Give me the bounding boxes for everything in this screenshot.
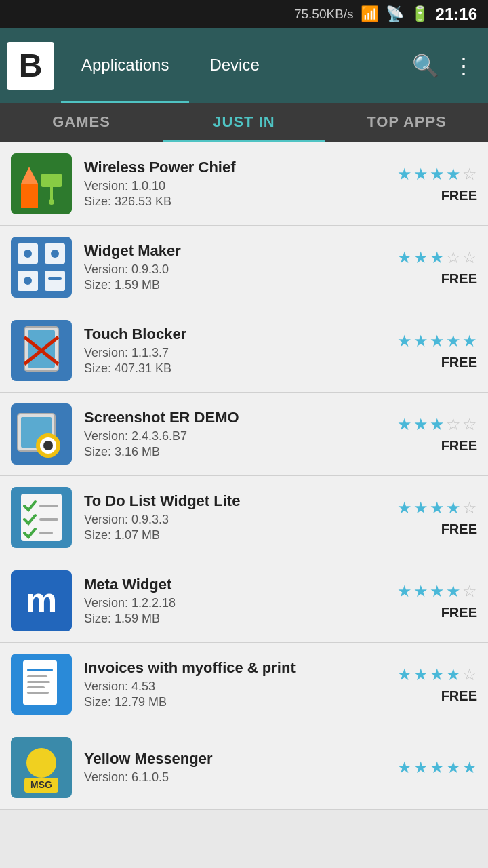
- star-rating: ★★★☆☆: [397, 415, 477, 434]
- star-3: ★: [430, 165, 445, 184]
- star-3: ★: [430, 758, 445, 777]
- list-item[interactable]: Invoices with myoffice & print Version: …: [0, 643, 488, 726]
- app-size: Size: 1.59 MB: [84, 612, 389, 626]
- list-item[interactable]: MSG Yellow Messenger Version: 6.1.0.5 ★★…: [0, 726, 488, 810]
- app-name: Screenshot ER DEMO: [84, 409, 389, 427]
- app-info: Meta Widget Version: 1.2.2.18 Size: 1.59…: [84, 576, 389, 626]
- star-2: ★: [413, 582, 428, 601]
- svg-point-13: [24, 277, 32, 285]
- app-size: Size: 1.07 MB: [84, 528, 389, 542]
- star-5: ★: [462, 332, 477, 351]
- app-name: Wireless Power Chief: [84, 159, 389, 176]
- app-rating: ★★★★★: [389, 758, 477, 777]
- app-list: Wireless Power Chief Version: 1.0.10 Siz…: [0, 142, 488, 810]
- list-item[interactable]: Screenshot ER DEMO Version: 2.4.3.6.B7 S…: [0, 393, 488, 476]
- app-version: Version: 1.2.2.18: [84, 596, 389, 610]
- app-size: Size: 407.31 KB: [84, 361, 389, 376]
- star-2: ★: [413, 758, 428, 777]
- star-rating: ★★★★☆: [397, 498, 477, 517]
- svg-point-12: [51, 250, 59, 258]
- svg-text:MSG: MSG: [30, 779, 52, 790]
- star-2: ★: [413, 498, 428, 517]
- star-1: ★: [397, 498, 412, 517]
- logo-letter: B: [19, 50, 43, 82]
- app-info: Touch Blocker Version: 1.1.3.7 Size: 407…: [84, 326, 389, 376]
- list-item[interactable]: m Meta Widget Version: 1.2.2.18 Size: 1.…: [0, 559, 488, 643]
- star-3: ★: [430, 665, 445, 684]
- star-2: ★: [413, 665, 428, 684]
- list-item[interactable]: To Do List Widget Lite Version: 0.9.3.3 …: [0, 476, 488, 559]
- svg-rect-37: [27, 681, 50, 683]
- star-1: ★: [397, 415, 412, 434]
- star-rating: ★★★☆☆: [397, 248, 477, 267]
- list-item[interactable]: Touch Blocker Version: 1.1.3.7 Size: 407…: [0, 309, 488, 393]
- header-nav: Applications Device: [61, 28, 412, 103]
- star-2: ★: [413, 165, 428, 184]
- app-version: Version: 4.53: [84, 679, 389, 694]
- star-2: ★: [413, 332, 428, 351]
- star-1: ★: [397, 332, 412, 351]
- signal-icon: 📡: [386, 5, 404, 23]
- app-size: Size: 326.53 KB: [84, 195, 389, 209]
- clock: 21:16: [436, 5, 477, 24]
- star-4: ★: [446, 665, 461, 684]
- app-price: FREE: [441, 688, 477, 704]
- svg-point-25: [43, 441, 53, 450]
- svg-rect-1: [21, 184, 38, 208]
- star-3: ★: [430, 332, 445, 351]
- tab-top-apps[interactable]: TOP APPS: [325, 103, 488, 142]
- app-name: To Do List Widget Lite: [84, 492, 389, 510]
- svg-rect-35: [27, 669, 53, 671]
- app-name: Invoices with myoffice & print: [84, 659, 389, 677]
- star-3: ★: [430, 248, 445, 267]
- star-1: ★: [397, 582, 412, 601]
- app-header: B Applications Device 🔍 ⋮: [0, 28, 488, 103]
- star-rating: ★★★★★: [397, 332, 477, 351]
- app-price: FREE: [441, 271, 477, 287]
- app-size: Size: 3.16 MB: [84, 445, 389, 459]
- app-rating: ★★★★☆ FREE: [389, 165, 477, 203]
- star-rating: ★★★★☆: [397, 582, 477, 601]
- app-icon: [11, 237, 72, 298]
- app-icon: [11, 320, 72, 381]
- app-icon: [11, 487, 72, 548]
- star-5: ☆: [462, 165, 477, 184]
- app-name: Touch Blocker: [84, 326, 389, 343]
- svg-point-41: [26, 748, 56, 778]
- svg-rect-28: [39, 505, 58, 507]
- star-4: ☆: [446, 248, 461, 267]
- menu-icon[interactable]: ⋮: [453, 53, 474, 79]
- app-version: Version: 0.9.3.0: [84, 262, 389, 277]
- app-name: Meta Widget: [84, 576, 389, 593]
- app-name: Widget Maker: [84, 242, 389, 260]
- svg-rect-36: [27, 675, 47, 677]
- search-icon[interactable]: 🔍: [412, 53, 439, 79]
- star-5: ☆: [462, 665, 477, 684]
- app-info: Invoices with myoffice & print Version: …: [84, 659, 389, 709]
- tab-games[interactable]: GAMES: [0, 103, 163, 142]
- app-rating: ★★★★☆ FREE: [389, 582, 477, 620]
- app-info: Widget Maker Version: 0.9.3.0 Size: 1.59…: [84, 242, 389, 292]
- app-icon: [11, 153, 72, 214]
- svg-rect-39: [27, 692, 49, 694]
- app-logo: B: [7, 42, 54, 90]
- star-3: ★: [430, 582, 445, 601]
- app-price: FREE: [441, 355, 477, 370]
- list-item[interactable]: Widget Maker Version: 0.9.3.0 Size: 1.59…: [0, 226, 488, 309]
- svg-rect-14: [48, 277, 62, 280]
- svg-point-11: [24, 250, 32, 258]
- app-price: FREE: [441, 521, 477, 537]
- app-size: Size: 1.59 MB: [84, 278, 389, 292]
- list-item[interactable]: Wireless Power Chief Version: 1.0.10 Siz…: [0, 142, 488, 226]
- tab-just-in[interactable]: JUST IN: [163, 103, 325, 142]
- svg-rect-10: [45, 271, 65, 291]
- app-rating: ★★★★☆ FREE: [389, 498, 477, 537]
- svg-rect-30: [39, 532, 53, 534]
- nav-device[interactable]: Device: [189, 28, 279, 103]
- star-4: ★: [446, 758, 461, 777]
- star-rating: ★★★★☆: [397, 165, 477, 184]
- app-version: Version: 1.0.10: [84, 179, 389, 193]
- nav-applications[interactable]: Applications: [61, 28, 189, 103]
- network-speed: 75.50KB/s: [294, 7, 354, 22]
- app-rating: ★★★★★ FREE: [389, 332, 477, 370]
